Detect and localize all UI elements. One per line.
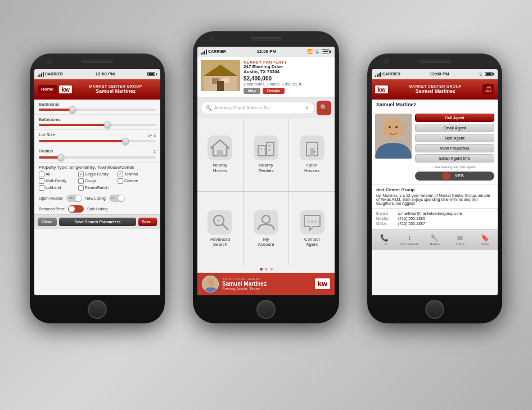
app-grid: NearbyHomes NearbyRentals <box>197 118 335 265</box>
svg-point-28 <box>383 118 403 138</box>
details-button[interactable]: Details <box>263 88 285 94</box>
tab-share-label: Share <box>456 242 465 246</box>
email-value: s.martinez@marketcentergroup.com <box>398 211 462 215</box>
search-button[interactable]: Sear... <box>138 218 157 226</box>
checkbox-townho-box[interactable]: ✓ <box>118 172 123 177</box>
call-agent-btn[interactable]: Call Agent <box>415 114 494 122</box>
reduced-price-toggle[interactable] <box>68 205 84 213</box>
speaker-left <box>82 60 113 63</box>
home-button-left[interactable]: Home <box>38 85 57 93</box>
office-value: (715) 555-2387 <box>398 222 425 226</box>
search-input[interactable]: 🔍 Address, City & State or Zip ✕ <box>201 102 314 114</box>
right-phone: CARRIER 12:00 PM 📡 kw MARKET CENTER GROU… <box>367 53 502 323</box>
nearby-homes-cell[interactable]: NearbyHomes <box>197 118 243 191</box>
checkbox-farms[interactable]: Farms/Ranch <box>78 185 116 191</box>
bedrooms-slider[interactable] <box>39 109 156 111</box>
tab-save[interactable]: 🔖 Save <box>472 234 498 246</box>
lot-size-slider[interactable] <box>39 140 156 142</box>
checkbox-lot[interactable]: Lot/Land <box>39 185 77 191</box>
open-houses-icon <box>300 136 324 160</box>
battery-left <box>147 72 157 76</box>
nearby-rentals-cell[interactable]: NearbyRentals <box>244 118 289 191</box>
open-houses-cell[interactable]: OpenHouses <box>289 118 335 191</box>
checkbox-single-box[interactable]: ✓ <box>78 172 84 177</box>
property-image <box>201 60 240 91</box>
email-agent-info-btn[interactable]: Email Agent Info <box>415 154 494 163</box>
home-physical-button-left[interactable] <box>88 300 107 319</box>
advanced-search-cell[interactable]: AdvancedSearch <box>197 192 243 265</box>
checkbox-all-box[interactable] <box>39 172 44 177</box>
bathrooms-section: Bathrooms <box>34 115 160 130</box>
tab-sort[interactable]: ↕ Sort Results <box>397 234 422 246</box>
my-account-cell[interactable]: MyAccount <box>244 192 289 265</box>
checkbox-farms-box[interactable] <box>78 185 84 191</box>
checkbox-coop-label: Co-op <box>85 179 96 183</box>
svg-point-23 <box>311 220 313 223</box>
bar2r <box>377 74 378 77</box>
view-properties-btn[interactable]: View Properties <box>415 144 494 152</box>
save-params-button[interactable]: Save Search Parameters <box>59 218 137 226</box>
tab-refine[interactable]: 🔧 Refine <box>422 234 448 246</box>
time-right: 12:00 PM <box>430 71 449 76</box>
map-icon: 🗺 <box>487 86 490 89</box>
search-submit-btn[interactable]: 🔍 <box>317 101 331 115</box>
checkbox-coop-box[interactable] <box>78 178 84 184</box>
home-physical-button-right[interactable] <box>425 300 444 319</box>
radius-slider[interactable] <box>39 156 156 159</box>
svg-rect-13 <box>268 149 270 151</box>
status-left: CARRIER <box>38 71 63 77</box>
checkbox-all[interactable]: All <box>39 172 77 177</box>
tab-save-label: Save <box>481 242 489 246</box>
radius-section: Radius 2 <box>34 146 160 163</box>
checkbox-multi[interactable]: Multi Family <box>39 178 77 184</box>
yes-toggle[interactable]: YES <box>415 172 494 181</box>
checkbox-lot-box[interactable] <box>39 185 44 191</box>
camera-center <box>210 37 214 41</box>
checkbox-multi-box[interactable] <box>39 178 44 184</box>
nearby-label: NEARBY PROPERTY <box>244 60 331 64</box>
speaker-center <box>251 37 282 40</box>
svg-rect-10 <box>260 148 262 150</box>
property-type-label: Property Type: Single-family, Townhouse/… <box>39 165 156 170</box>
clear-button[interactable]: Clear <box>38 218 57 226</box>
radius-value: 2 <box>154 150 156 154</box>
bar2 <box>39 74 40 77</box>
share-icon: ✉ <box>457 234 463 242</box>
tab-contact[interactable]: 📞 ...ct <box>372 234 397 246</box>
checkbox-comme[interactable]: Comme <box>118 178 156 184</box>
svg-point-16 <box>313 151 315 153</box>
bar2c <box>202 52 204 55</box>
agent-action-buttons: Call Agent Email Agent Text Agent View P… <box>415 114 494 181</box>
property-banner: NEARBY PROPERTY 247 Eberling Drive Austi… <box>197 57 335 98</box>
agent-avatar-footer <box>202 276 219 292</box>
contact-agent-cell[interactable]: ContactAgent <box>289 192 335 265</box>
checkbox-townho[interactable]: ✓ Townho <box>118 172 156 177</box>
map-btn-right[interactable]: 🗺 MAP <box>483 84 494 94</box>
checkbox-comme-label: Comme <box>124 179 138 183</box>
mobile-label: Mobile: <box>376 217 396 220</box>
open-houses-toggle[interactable]: OFF <box>66 195 82 202</box>
yes-text: YES <box>451 173 467 178</box>
svg-point-22 <box>308 220 310 223</box>
new-listing-toggle[interactable]: O <box>109 195 125 202</box>
checkbox-single[interactable]: ✓ Single Family <box>78 172 116 177</box>
checkbox-coop[interactable]: Co-op <box>78 178 116 184</box>
kw-logo-left: kw <box>59 85 72 93</box>
text-agent-btn[interactable]: Text Agent <box>415 134 494 142</box>
kw-logo-right: kw <box>375 85 388 93</box>
bathrooms-slider[interactable] <box>39 124 156 126</box>
svg-rect-11 <box>264 148 266 150</box>
map-button[interactable]: Map <box>244 88 260 94</box>
signal-bars-right <box>375 71 381 77</box>
market-center-left: MARKET CENTER GROUP <box>89 84 142 88</box>
home-physical-button-center[interactable] <box>256 300 276 319</box>
email-agent-btn[interactable]: Email Agent <box>415 124 494 132</box>
tab-share[interactable]: ✉ Share <box>447 234 472 246</box>
contact-icon: 📞 <box>380 234 389 242</box>
mobile-value: (715) 555-2385 <box>398 217 425 220</box>
radius-label: Radius <box>39 148 53 154</box>
checkbox-all-label: All <box>46 172 50 176</box>
dot-3 <box>270 268 273 271</box>
agent-photo <box>375 114 412 159</box>
checkbox-comme-box[interactable] <box>118 178 123 184</box>
